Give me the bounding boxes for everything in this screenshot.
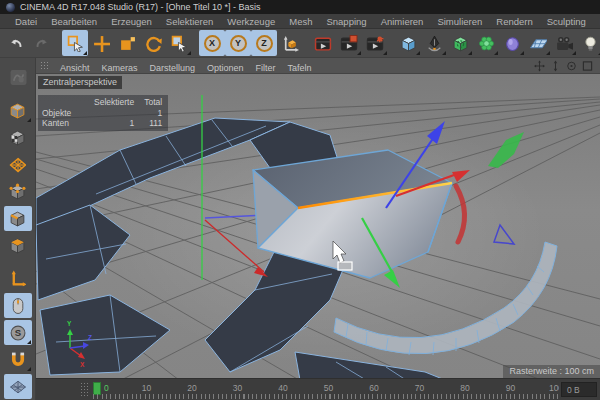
recent-tool-button[interactable] bbox=[166, 30, 192, 56]
texture-mode-icon bbox=[9, 129, 26, 146]
orbit-icon[interactable] bbox=[566, 60, 577, 71]
add-primitive-button[interactable] bbox=[395, 30, 421, 56]
lock-z-button[interactable]: Z bbox=[251, 30, 277, 56]
timeline-ruler[interactable]: 0 102030405060708090100 bbox=[91, 380, 559, 400]
grid-snap-icon bbox=[9, 378, 26, 395]
timeline-label-40: 40 bbox=[278, 383, 287, 393]
workplane-snap-button[interactable] bbox=[4, 374, 32, 399]
viewport-menu-darstellung[interactable]: Darstellung bbox=[144, 63, 202, 73]
axis-lock-y-icon: Y bbox=[230, 35, 247, 52]
texture-mode-button[interactable] bbox=[4, 125, 32, 150]
window-title: CINEMA 4D R17.048 Studio (R17) - [Ohne T… bbox=[20, 2, 261, 12]
viewport-nav-controls bbox=[534, 60, 596, 71]
model-mode-icon bbox=[9, 102, 26, 119]
viewport-menu-kameras[interactable]: Kameras bbox=[96, 63, 144, 73]
light-button[interactable] bbox=[577, 30, 600, 56]
viewport-menu-tafeln[interactable]: Tafeln bbox=[282, 63, 318, 73]
tool-sidebar: S bbox=[0, 58, 36, 400]
viewport-menu-bar: AnsichtKamerasDarstellungOptionenFilterT… bbox=[36, 58, 600, 74]
deformers-button[interactable] bbox=[473, 30, 499, 56]
polygons-mode-icon bbox=[9, 237, 26, 254]
generators-button[interactable] bbox=[447, 30, 473, 56]
workplane-mode-button[interactable] bbox=[4, 152, 32, 177]
undo-button[interactable] bbox=[3, 30, 29, 56]
timeline-label-50: 50 bbox=[324, 383, 333, 393]
edges-mode-button[interactable] bbox=[4, 206, 32, 231]
lock-y-button[interactable]: Y bbox=[225, 30, 251, 56]
viewport-menu-optionen[interactable]: Optionen bbox=[201, 63, 250, 73]
camera-label[interactable]: Zentralperspektive bbox=[38, 76, 122, 89]
axis-mode-button[interactable] bbox=[4, 266, 32, 291]
scale-icon bbox=[119, 35, 136, 52]
move-button[interactable] bbox=[88, 30, 114, 56]
menu-datei[interactable]: Datei bbox=[8, 16, 44, 27]
timeline-label-90: 90 bbox=[506, 383, 515, 393]
points-mode-button[interactable] bbox=[4, 179, 32, 204]
edges-mode-icon bbox=[9, 210, 26, 227]
maximize-icon[interactable] bbox=[582, 60, 593, 71]
axis-label-z: Z bbox=[88, 334, 92, 341]
timeline: 0 102030405060708090100 0 B bbox=[36, 378, 600, 400]
timeline-label-20: 20 bbox=[187, 383, 196, 393]
svg-text:S: S bbox=[15, 327, 21, 338]
redo-button[interactable] bbox=[29, 30, 55, 56]
menu-sculpting[interactable]: Sculpting bbox=[540, 16, 593, 27]
coordinate-system-button[interactable] bbox=[277, 30, 303, 56]
metaball-icon bbox=[504, 35, 521, 52]
viewport-solo-button[interactable] bbox=[4, 293, 32, 318]
snap-button[interactable] bbox=[4, 347, 32, 372]
render-pv-icon bbox=[340, 35, 358, 52]
soft-selection-button[interactable]: S bbox=[4, 320, 32, 345]
timeline-label-70: 70 bbox=[415, 383, 424, 393]
rotate-button[interactable] bbox=[140, 30, 166, 56]
pan-icon[interactable] bbox=[534, 60, 545, 71]
frame-number-field[interactable]: 0 B bbox=[561, 382, 597, 397]
camera-icon bbox=[555, 35, 573, 52]
viewport[interactable]: AnsichtKamerasDarstellungOptionenFilterT… bbox=[36, 58, 600, 378]
s-badge-icon: S bbox=[9, 324, 26, 341]
camera-button[interactable] bbox=[551, 30, 577, 56]
model-mode-button[interactable] bbox=[4, 98, 32, 123]
menu-animieren[interactable]: Animieren bbox=[374, 16, 431, 27]
timeline-grip[interactable] bbox=[80, 382, 89, 397]
scale-button[interactable] bbox=[114, 30, 140, 56]
live-selection-icon bbox=[171, 35, 188, 52]
render-view-button[interactable] bbox=[310, 30, 336, 56]
viewport-menu-ansicht[interactable]: Ansicht bbox=[54, 63, 96, 73]
menu-selektieren[interactable]: Selektieren bbox=[159, 16, 221, 27]
dolly-icon[interactable] bbox=[550, 60, 561, 71]
toolbar-separator bbox=[192, 30, 199, 56]
menu-motion-tracker[interactable]: Motion Tracker bbox=[593, 16, 600, 27]
timeline-ticks bbox=[93, 394, 559, 399]
menu-mesh[interactable]: Mesh bbox=[282, 16, 319, 27]
generator-icon bbox=[452, 35, 469, 52]
menu-snapping[interactable]: Snapping bbox=[319, 16, 373, 27]
menu-simulieren[interactable]: Simulieren bbox=[430, 16, 489, 27]
convert-tool bbox=[4, 65, 32, 90]
menu-erzeugen[interactable]: Erzeugen bbox=[104, 16, 159, 27]
live-selection-button[interactable] bbox=[62, 30, 88, 56]
timeline-label-60: 60 bbox=[369, 383, 378, 393]
live-selection-icon bbox=[67, 35, 84, 52]
cube-primitive-icon bbox=[400, 35, 417, 52]
menu-bearbeiten[interactable]: Bearbeiten bbox=[44, 16, 104, 27]
render-picture-viewer-button[interactable] bbox=[336, 30, 362, 56]
timeline-label-30: 30 bbox=[233, 383, 242, 393]
mouse-icon bbox=[9, 297, 26, 314]
axis-label-x: X bbox=[80, 361, 85, 368]
rotate-icon bbox=[145, 35, 162, 52]
menu-bar: DateiBearbeitenErzeugenSelektierenWerkze… bbox=[0, 14, 600, 29]
viewport-menu-grip[interactable] bbox=[40, 61, 50, 71]
lock-x-button[interactable]: X bbox=[199, 30, 225, 56]
menu-rendern[interactable]: Rendern bbox=[489, 16, 539, 27]
menu-werkzeuge[interactable]: Werkzeuge bbox=[220, 16, 282, 27]
magnet-icon bbox=[9, 351, 26, 368]
spline-pen-button[interactable] bbox=[421, 30, 447, 56]
redo-icon bbox=[34, 35, 50, 51]
render-settings-button[interactable] bbox=[362, 30, 388, 56]
floor-button[interactable] bbox=[525, 30, 551, 56]
polygons-mode-button[interactable] bbox=[4, 233, 32, 258]
volume-button[interactable] bbox=[499, 30, 525, 56]
viewport-menu-filter[interactable]: Filter bbox=[250, 63, 282, 73]
coordinate-system-icon bbox=[282, 35, 299, 52]
